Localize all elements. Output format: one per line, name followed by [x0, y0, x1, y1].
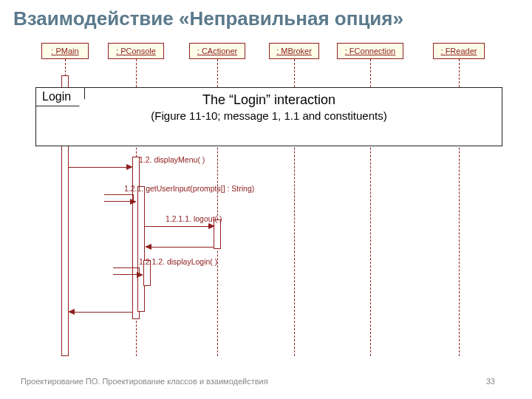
- msg-get-user-input: 1.2.1. getUserInput(prompts[] : String): [124, 184, 254, 193]
- lifeline-head-pconsole: : PConsole: [108, 43, 164, 59]
- arrow-display-login: [113, 267, 140, 275]
- frame-tab-label: Login: [35, 87, 85, 106]
- frame-subtitle: (Figure 11-10; message 1, 1.1 and consti…: [36, 108, 502, 122]
- page-number: 33: [486, 377, 495, 386]
- lifeline-head-pmain: : PMain: [41, 43, 89, 59]
- interaction-use-frame: Login The “Login” interaction (Figure 11…: [35, 87, 502, 146]
- arrow-display-menu: [69, 167, 128, 168]
- msg-logout: 1.2.1.1. logout( ): [166, 214, 222, 223]
- arrowhead-return-pconsole: [68, 309, 75, 315]
- msg-display-login: 1.2.1.2. displayLogin( ): [139, 257, 217, 266]
- lifeline-head-cactioner: : CActioner: [189, 43, 245, 59]
- lifeline-head-fconnection: : FConnection: [337, 43, 403, 59]
- arrow-logout: [145, 226, 210, 227]
- sequence-diagram: : PMain : PConsole : CActioner : MBroker…: [28, 38, 508, 356]
- footer-text: Проектирование ПО. Проектирование классо…: [21, 377, 268, 386]
- arrow-get-user-input: [104, 194, 134, 202]
- arrowhead-display-menu: [126, 164, 133, 170]
- arrow-logout-return: [150, 247, 214, 248]
- arrowhead-display-login: [137, 272, 143, 278]
- arrow-return-pconsole: [72, 312, 133, 313]
- lifeline-head-mbroker: : MBroker: [269, 43, 319, 59]
- activation-pconsole-2: [137, 186, 145, 312]
- arrowhead-logout-return: [145, 244, 151, 250]
- arrowhead-get-user-input: [130, 199, 137, 205]
- msg-display-menu: 1.2. displayMenu( ): [139, 155, 205, 164]
- arrowhead-logout: [208, 223, 215, 229]
- lifeline-head-freader: : FReader: [433, 43, 485, 59]
- slide-title: Взаимодействие «Неправильная опция»: [0, 0, 532, 35]
- frame-title: The “Login” interaction: [36, 88, 502, 108]
